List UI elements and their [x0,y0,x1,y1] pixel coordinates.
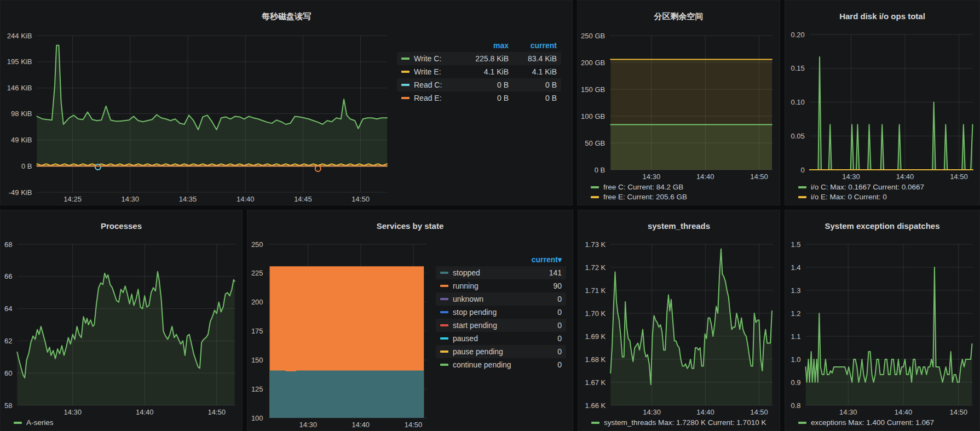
legend-row[interactable]: Read C:0 B0 B [397,78,561,91]
legend-row[interactable]: Write C:225.8 KiB83.4 KiB [397,52,561,65]
legend-item[interactable]: i/o C: Max: 0.1667 Current: 0.0667 [798,183,975,191]
panel-hard-disk-io-ops: Hard disk i/o ops total 0.200.150.100.05… [785,0,980,205]
svg-text:14:40: 14:40 [696,173,714,181]
free_space-canvas[interactable]: 250 GB200 GB150 GB100 GB50 GB0 B14:3014:… [578,30,780,182]
svg-text:1.2: 1.2 [791,309,801,317]
svg-text:146 KiB: 146 KiB [7,84,32,92]
svg-text:125: 125 [251,385,263,393]
series-value: 83.4 KiB [509,54,557,63]
svg-text:150 GB: 150 GB [581,85,605,93]
series-label: free E: Current: 205.6 GB [603,193,687,201]
svg-text:66: 66 [4,272,12,280]
series-swatch-icon [401,58,410,60]
series-swatch-icon [401,71,410,73]
series-swatch-icon [798,196,806,198]
legend-row[interactable]: continue pending0 [436,358,566,371]
series-swatch-icon [591,422,599,424]
system-threads-chart[interactable]: 1.73 K1.72 K1.71 K1.70 K1.69 K1.68 K1.67… [578,239,780,418]
svg-text:14:30: 14:30 [643,408,661,416]
legend-item[interactable]: system_threads Max: 1.7280 K Current: 1.… [591,418,775,427]
free-space-legend: free C: Current: 84.2 GBfree E: Current:… [578,182,780,205]
svg-text:1.3: 1.3 [791,286,801,294]
legend-item[interactable]: exceptions Max: 1.400 Current: 1.067 [798,418,975,427]
legend-row[interactable]: pause pending0 [436,345,566,358]
series-value: 0 [530,321,562,330]
svg-text:14:40: 14:40 [896,173,914,181]
legend-item[interactable]: free E: Current: 205.6 GB [591,193,775,201]
panel-title[interactable]: 每秒磁盘读写 [1,7,572,23]
free-space-chart[interactable]: 250 GB200 GB150 GB100 GB50 GB0 B14:3014:… [578,30,780,182]
panel-title[interactable]: Services by state [247,217,573,232]
processes-chart[interactable]: 68666462605814:3014:4014:50 [1,239,242,418]
panel-partition-free-space: 分区剩余空间 250 GB200 GB150 GB100 GB50 GB0 B1… [577,0,780,205]
series-value: 4.1 KiB [454,67,509,76]
panel-title[interactable]: Hard disk i/o ops total [785,7,979,22]
panel-system-threads: system_threads 1.73 K1.72 K1.71 K1.70 K1… [578,210,780,431]
svg-text:1.73 K: 1.73 K [585,240,606,248]
svg-text:100 GB: 100 GB [581,112,605,120]
series-value: 0 B [509,94,557,102]
svg-text:14:30: 14:30 [842,173,860,181]
legend-sort-column[interactable]: current [509,41,557,50]
series-value: 4.1 KiB [509,67,557,76]
series-swatch-icon [591,196,599,198]
svg-text:0.10: 0.10 [791,98,804,106]
legend-row[interactable]: stopped141 [436,266,566,279]
svg-text:244 KiB: 244 KiB [7,31,32,39]
panel-title[interactable]: Processes [1,217,242,232]
legend-item[interactable]: free C: Current: 84.2 GB [591,183,775,191]
io-ops-legend: i/o C: Max: 0.1667 Current: 0.0667i/o E:… [785,182,979,205]
svg-text:62: 62 [4,337,12,345]
svg-text:68: 68 [4,240,12,248]
legend-sort-column[interactable]: max [454,41,509,50]
panel-title[interactable]: system_threads [578,217,780,232]
series-swatch-icon [440,311,448,313]
legend-row[interactable]: start pending0 [436,319,566,332]
svg-text:0.05: 0.05 [791,132,804,140]
legend-row[interactable]: unknown0 [436,292,566,306]
panel-title[interactable]: 分区剩余空间 [578,7,780,23]
series-value: 0 [530,295,562,303]
svg-text:14:50: 14:50 [750,173,768,181]
series-value: 0 [530,347,562,356]
exceptions-canvas[interactable]: 1.51.41.31.21.11.00.90.814:3014:4014:50 [785,239,979,418]
legend-row[interactable]: stop pending0 [436,306,566,319]
legend-row[interactable]: Write E:4.1 KiB4.1 KiB [397,65,561,78]
svg-text:-49 KiB: -49 KiB [9,188,32,196]
panel-title[interactable]: System exception dispatches [785,217,979,232]
threads-canvas[interactable]: 1.73 K1.72 K1.71 K1.70 K1.69 K1.68 K1.67… [578,239,780,418]
series-swatch-icon [798,186,806,188]
legend-row[interactable]: Read E:0 B0 B [397,91,561,105]
svg-text:200: 200 [251,298,263,306]
series-label: i/o E: Max: 0 Current: 0 [811,193,887,201]
svg-text:14:50: 14:50 [208,408,226,416]
processes-canvas[interactable]: 68666462605814:3014:4014:50 [1,239,242,418]
legend-sort-column[interactable]: current▾ [530,255,562,264]
exceptions-legend: exceptions Max: 1.400 Current: 1.067 [785,418,979,430]
io_ops-canvas[interactable]: 0.200.150.100.05014:3014:4014:50 [785,29,979,182]
services-canvas[interactable]: 25022520017515012510014:3014:4014:50 [247,239,434,430]
exceptions-chart[interactable]: 1.51.41.31.21.11.00.90.814:3014:4014:50 [785,239,979,418]
io-ops-chart[interactable]: 0.200.150.100.05014:3014:4014:50 [785,29,979,182]
svg-text:14:30: 14:30 [643,173,661,181]
series-label: running [453,281,479,290]
series-label: start pending [453,321,497,330]
series-value: 0 B [509,81,557,89]
services-chart[interactable]: 25022520017515012510014:3014:4014:50 [247,239,434,430]
svg-text:0.15: 0.15 [791,64,804,72]
svg-text:14:40: 14:40 [352,421,370,429]
legend-item[interactable]: A-series [14,418,238,427]
legend-item[interactable]: i/o E: Max: 0 Current: 0 [798,193,975,201]
svg-text:1.5: 1.5 [791,240,801,248]
legend-row[interactable]: paused0 [436,332,566,345]
legend-row[interactable]: running90 [436,279,566,292]
svg-text:1.71 K: 1.71 K [585,286,606,294]
series-swatch-icon [440,285,448,287]
series-label: paused [453,334,478,343]
svg-text:250 GB: 250 GB [581,31,605,39]
services-legend-table: current▾stopped141running90unknown0stop … [436,253,566,430]
disk_rw-canvas[interactable]: 244 KiB195 KiB146 KiB98 KiB49 KiB0 B-49 … [1,30,394,205]
svg-text:14:50: 14:50 [950,408,968,416]
disk-read-write-chart[interactable]: 244 KiB195 KiB146 KiB98 KiB49 KiB0 B-49 … [1,30,394,205]
svg-text:49 KiB: 49 KiB [11,136,32,144]
